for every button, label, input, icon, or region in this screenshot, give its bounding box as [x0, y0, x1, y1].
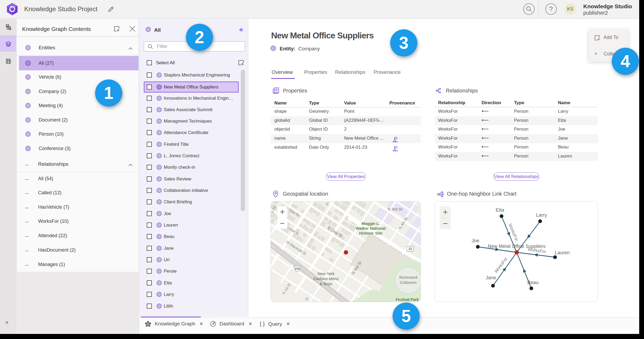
- svg-text:Larry: Larry: [536, 212, 547, 218]
- svg-text:Richmond: Richmond: [399, 275, 417, 280]
- svg-text:Beau: Beau: [527, 280, 539, 285]
- svg-text:250: 250: [295, 267, 300, 270]
- svg-text:?: ?: [549, 5, 553, 13]
- svg-text:Jane: Jane: [486, 275, 496, 280]
- svg-text:Walker National: Walker National: [356, 226, 386, 231]
- svg-text:Lauren: Lauren: [555, 250, 570, 255]
- svg-text:Maggie L.: Maggie L.: [361, 221, 380, 226]
- svg-text:Historic Site: Historic Site: [359, 231, 382, 235]
- svg-text:& Boys: & Boys: [320, 281, 332, 286]
- svg-text:N 3rd St: N 3rd St: [388, 207, 402, 211]
- svg-text:Festival Park: Festival Park: [396, 297, 419, 302]
- svg-text:Coliseum: Coliseum: [400, 280, 417, 285]
- svg-text:Etta: Etta: [496, 207, 504, 213]
- svg-text:Fashion Mens: Fashion Mens: [313, 276, 339, 281]
- svg-text:New York: New York: [317, 271, 335, 276]
- svg-text:Joe: Joe: [471, 238, 479, 243]
- svg-text:WorksFor: WorksFor: [494, 256, 508, 274]
- svg-text:33: 33: [408, 247, 412, 251]
